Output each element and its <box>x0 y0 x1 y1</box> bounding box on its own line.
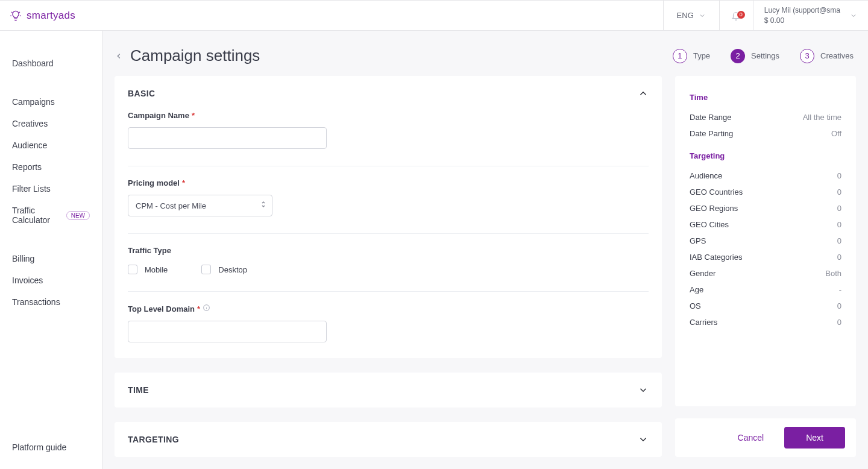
step-number: 2 <box>731 49 745 63</box>
summary-row: GEO Regions0 <box>690 200 841 216</box>
step-number: 3 <box>800 49 814 63</box>
chevron-up-icon <box>638 88 649 99</box>
top-level-domain-input[interactable] <box>128 321 327 342</box>
label-pricing-model: Pricing model* <box>128 178 649 187</box>
step-number: 1 <box>673 49 687 63</box>
brand-text: smartyads <box>27 10 75 22</box>
next-button[interactable]: Next <box>784 427 845 449</box>
label-traffic-type: Traffic Type <box>128 246 649 255</box>
checkbox-icon <box>201 265 211 274</box>
summary-row: GEO Countries0 <box>690 184 841 200</box>
language-selector[interactable]: ENG <box>663 1 719 30</box>
chevron-down-icon <box>699 12 706 19</box>
label-campaign-name: Campaign Name* <box>128 111 649 120</box>
user-menu[interactable]: Lucy Mil (support@sma $ 0.00 <box>753 1 868 30</box>
language-label: ENG <box>677 11 694 20</box>
chevron-down-icon <box>638 385 649 395</box>
summary-row: Audience0 <box>690 168 841 184</box>
section-title: TIME <box>128 385 149 395</box>
step-label: Creatives <box>820 51 854 60</box>
info-icon <box>203 304 210 313</box>
summary-row: IAB Categories0 <box>690 249 841 265</box>
sidebar-item-dashboard[interactable]: Dashboard <box>0 52 102 74</box>
user-balance: $ 0.00 <box>764 16 840 26</box>
step-settings[interactable]: 2 Settings <box>731 49 779 63</box>
summary-row: Carriers0 <box>690 314 841 330</box>
lightbulb-icon <box>10 10 22 22</box>
page-title: Campaign settings <box>130 46 260 65</box>
summary-row: Date PartingOff <box>690 125 841 142</box>
back-button[interactable] <box>115 52 123 60</box>
summary-targeting-title: Targeting <box>690 151 841 160</box>
brand-logo[interactable]: smartyads <box>0 10 75 22</box>
notifications-badge: 0 <box>737 11 745 19</box>
summary-row: Date RangeAll the time <box>690 109 841 125</box>
traffic-mobile-checkbox[interactable]: Mobile <box>128 265 168 274</box>
sidebar-item-filter-lists[interactable]: Filter Lists <box>0 178 102 200</box>
summary-sidebar: Time Date RangeAll the time Date Parting… <box>675 76 856 457</box>
topbar: smartyads ENG 0 Lucy Mil (support@sma $ … <box>0 0 868 31</box>
summary-row: OS0 <box>690 298 841 314</box>
select-caret-icon <box>260 200 266 211</box>
traffic-desktop-checkbox[interactable]: Desktop <box>201 265 247 274</box>
stepper: 1 Type 2 Settings 3 Creatives <box>673 49 856 63</box>
chevron-down-icon <box>638 434 649 445</box>
section-basic-toggle[interactable]: BASIC <box>128 88 649 99</box>
new-badge: NEW <box>66 211 90 220</box>
sidebar-item-billing[interactable]: Billing <box>0 248 102 269</box>
section-time: TIME <box>115 373 662 408</box>
summary-time-title: Time <box>690 93 841 102</box>
section-title: TARGETING <box>128 435 179 444</box>
sidebar-item-campaigns[interactable]: Campaigns <box>0 91 102 113</box>
sidebar-item-audience[interactable]: Audience <box>0 134 102 156</box>
chevron-left-icon <box>115 52 123 60</box>
section-targeting-toggle[interactable]: TARGETING <box>128 434 649 445</box>
main: Campaign settings 1 Type 2 Settings 3 Cr… <box>102 31 868 469</box>
cancel-button[interactable]: Cancel <box>727 427 775 449</box>
summary-card: Time Date RangeAll the time Date Parting… <box>675 76 856 406</box>
step-creatives[interactable]: 3 Creatives <box>800 49 854 63</box>
sidebar-item-invoices[interactable]: Invoices <box>0 269 102 291</box>
chevron-down-icon <box>850 12 857 19</box>
sidebar-item-creatives[interactable]: Creatives <box>0 113 102 134</box>
sidebar-item-traffic-calculator[interactable]: Traffic Calculator NEW <box>0 200 102 231</box>
sidebar-item-platform-guide[interactable]: Platform guide <box>0 436 102 469</box>
summary-row: Age- <box>690 282 841 298</box>
summary-row: GPS0 <box>690 233 841 249</box>
form-scroll[interactable]: BASIC Campaign Name* <box>115 76 664 457</box>
section-time-toggle[interactable]: TIME <box>128 385 649 395</box>
section-title: BASIC <box>128 89 156 98</box>
campaign-name-input[interactable] <box>128 127 327 149</box>
section-targeting: TARGETING <box>115 422 662 457</box>
summary-row: GEO Cities0 <box>690 216 841 233</box>
notifications-button[interactable]: 0 <box>719 1 753 30</box>
sidebar-item-reports[interactable]: Reports <box>0 156 102 178</box>
step-label: Settings <box>751 51 779 60</box>
sidebar: Dashboard Campaigns Creatives Audience R… <box>0 31 102 469</box>
summary-row: GenderBoth <box>690 265 841 282</box>
section-basic: BASIC Campaign Name* <box>115 76 662 358</box>
action-bar: Cancel Next <box>675 418 856 457</box>
sidebar-item-transactions[interactable]: Transactions <box>0 291 102 313</box>
checkbox-icon <box>128 265 137 274</box>
user-name: Lucy Mil (support@sma <box>764 5 840 16</box>
step-type[interactable]: 1 Type <box>673 49 710 63</box>
label-top-level-domain: Top Level Domain* <box>128 304 649 313</box>
pricing-model-select[interactable]: CPM - Cost per Mile <box>128 195 272 216</box>
step-label: Type <box>693 51 710 60</box>
